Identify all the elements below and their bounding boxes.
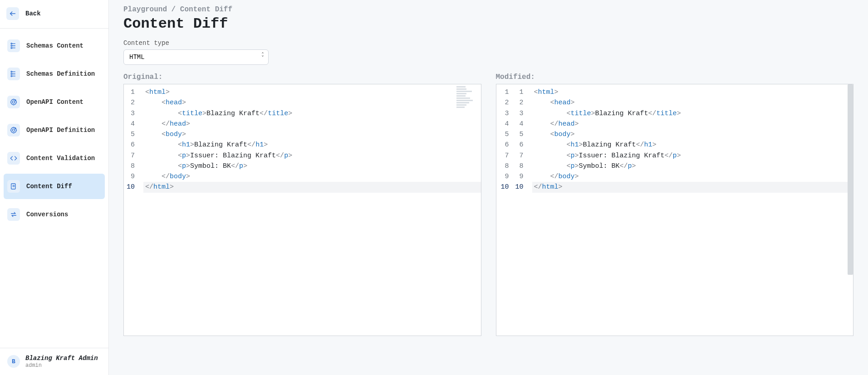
code-line[interactable]: <p>Symbol: BK</p>: [143, 161, 481, 171]
sidebar-item-conversions[interactable]: Conversions: [4, 202, 105, 227]
code-line[interactable]: </body>: [532, 171, 853, 182]
code-line[interactable]: <body>: [532, 129, 853, 140]
modified-pane-label: Modified:: [496, 73, 854, 81]
sidebar-item-label: OpenAPI Definition: [26, 127, 95, 134]
code-line[interactable]: <body>: [143, 129, 481, 140]
target-icon: [7, 124, 20, 136]
sidebar-item-label: Content Diff: [26, 183, 72, 190]
back-label: Back: [25, 10, 41, 17]
original-pane-label: Original:: [123, 73, 481, 81]
original-editor[interactable]: 12345678910 <html> <head> <title>Blazing…: [123, 84, 481, 336]
breadcrumb: Playground / Content Diff: [123, 5, 853, 14]
code-line[interactable]: <p>Symbol: BK</p>: [532, 161, 853, 171]
sidebar-item-openapi-content[interactable]: OpenAPI Content: [4, 89, 105, 115]
back-arrow-icon: [6, 7, 19, 20]
svg-point-11: [12, 129, 15, 131]
code-line[interactable]: <html>: [532, 87, 853, 97]
svg-point-12: [15, 128, 16, 129]
code-line[interactable]: <h1>Blazing Kraft</h1>: [532, 140, 853, 150]
sidebar: Back Schemas ContentSchemas DefinitionOp…: [0, 0, 109, 375]
code-line[interactable]: <head>: [532, 97, 853, 108]
sidebar-item-schemas-content[interactable]: Schemas Content: [4, 33, 105, 58]
tree-icon: [7, 39, 20, 52]
sidebar-item-label: Schemas Definition: [26, 70, 95, 78]
page-title: Content Diff: [123, 15, 853, 32]
code-line[interactable]: <h1>Blazing Kraft</h1>: [143, 140, 481, 150]
sidebar-item-label: Content Validation: [26, 155, 95, 162]
diff-icon: [7, 180, 20, 193]
code-line[interactable]: <title>Blazing Kraft</title>: [143, 108, 481, 119]
sidebar-nav: Schemas ContentSchemas DefinitionOpenAPI…: [0, 29, 108, 232]
sidebar-item-openapi-definition[interactable]: OpenAPI Definition: [4, 117, 105, 143]
sidebar-item-content-validation[interactable]: Content Validation: [4, 146, 105, 171]
code-line[interactable]: <p>Issuer: Blazing Kraft</p>: [532, 151, 853, 161]
code-line[interactable]: <title>Blazing Kraft</title>: [532, 108, 853, 119]
user-name: Blazing Kraft Admin: [25, 355, 98, 362]
editor-scrollbar[interactable]: [848, 84, 853, 275]
sidebar-item-label: Schemas Content: [26, 42, 83, 49]
back-button[interactable]: Back: [0, 0, 108, 29]
svg-point-9: [15, 100, 16, 101]
sidebar-item-label: OpenAPI Content: [26, 98, 83, 106]
code-line[interactable]: </body>: [143, 171, 481, 182]
tree-icon: [7, 68, 20, 80]
content-type-label: Content type: [123, 39, 853, 47]
modified-code[interactable]: <html> <head> <title>Blazing Kraft</titl…: [529, 84, 853, 336]
modified-editor[interactable]: 1122334455667788991010 <html> <head> <ti…: [496, 84, 854, 336]
original-code[interactable]: <html> <head> <title>Blazing Kraft</titl…: [140, 84, 481, 336]
user-info[interactable]: B Blazing Kraft Admin admin: [0, 348, 108, 375]
code-line[interactable]: </head>: [532, 119, 853, 129]
code-line[interactable]: </html>: [532, 182, 853, 192]
code-icon: [7, 152, 20, 165]
code-line[interactable]: </head>: [143, 119, 481, 129]
code-line[interactable]: <head>: [143, 97, 481, 108]
code-line[interactable]: <html>: [143, 87, 481, 97]
code-line[interactable]: </html>: [143, 182, 481, 192]
swap-icon: [7, 208, 20, 221]
content-type-select[interactable]: HTML: [123, 49, 269, 65]
original-gutter: 12345678910: [124, 84, 140, 336]
minimap[interactable]: [456, 86, 479, 113]
main-content: Playground / Content Diff Content Diff C…: [109, 0, 868, 375]
svg-point-8: [12, 101, 15, 103]
modified-gutter: 1122334455667788991010: [496, 84, 529, 336]
code-line[interactable]: <p>Issuer: Blazing Kraft</p>: [143, 151, 481, 161]
user-role: admin: [25, 362, 98, 369]
sidebar-item-label: Conversions: [26, 211, 68, 218]
avatar: B: [7, 355, 20, 368]
sidebar-item-content-diff[interactable]: Content Diff: [4, 174, 105, 199]
sidebar-item-schemas-definition[interactable]: Schemas Definition: [4, 61, 105, 87]
target-icon: [7, 96, 20, 108]
